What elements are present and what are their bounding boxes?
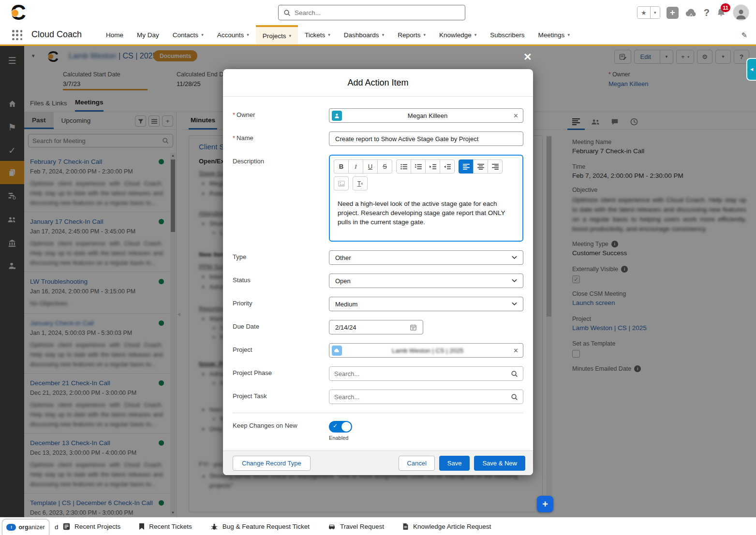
name-input[interactable] <box>329 131 523 146</box>
project-lookup-pill[interactable]: Lamb Weston | CS | 2025 ✕ <box>329 343 523 358</box>
project-phase-input[interactable] <box>334 370 507 377</box>
change-record-type-button[interactable]: Change Record Type <box>233 456 311 471</box>
insert-image-icon[interactable] <box>334 176 349 190</box>
dock-recent-projects[interactable]: Recent Projects <box>63 523 120 530</box>
due-date-input[interactable]: 2/14/24 <box>329 320 423 334</box>
nav-item-knowledge[interactable]: Knowledge▾ <box>432 25 483 44</box>
chevron-down-icon: ▾ <box>201 32 204 37</box>
user-avatar[interactable] <box>733 4 749 21</box>
user-icon <box>332 111 342 121</box>
chevron-down-icon: ▾ <box>382 32 385 37</box>
add-action-item-modal: Add Action Item *Owner Megan Killeen ✕ *… <box>223 69 533 475</box>
description-row: Description B I U S <box>233 155 523 242</box>
dock-knowledge-article-request[interactable]: Knowledge Article Request <box>402 523 491 530</box>
global-actions-button[interactable]: + <box>667 7 679 19</box>
dock-bug-feature-request[interactable]: Bug & Feature Request Ticket <box>210 523 310 530</box>
chevron-down-icon: ▾ <box>474 32 477 37</box>
align-left-icon[interactable] <box>459 159 474 174</box>
nav-item-home[interactable]: Home <box>99 25 130 44</box>
keep-changes-row: Keep Changes on New ✓ Enabled <box>233 420 523 441</box>
star-icon[interactable]: ★ <box>637 7 650 18</box>
numbered-list-icon[interactable] <box>411 159 426 174</box>
app-window: { "icons": { "star":"★","caret":"▾","plu… <box>0 0 756 535</box>
bullet-list-icon[interactable] <box>396 159 411 174</box>
floating-action-button[interactable]: + <box>537 496 553 512</box>
nav-item-contacts[interactable]: Contacts▾ <box>166 25 210 44</box>
search-icon <box>511 393 518 401</box>
edit-nav-pencil-icon[interactable]: ✎ <box>741 31 747 40</box>
nav-item-dashboards[interactable]: Dashboards▾ <box>337 25 391 44</box>
underline-icon[interactable]: U <box>363 159 378 174</box>
indent-icon[interactable] <box>425 159 440 174</box>
align-center-icon[interactable] <box>473 159 488 174</box>
modal-close-icon[interactable]: ✕ <box>523 51 532 63</box>
global-search-input[interactable] <box>295 9 460 16</box>
description-richtext[interactable]: B I U S <box>329 155 523 242</box>
cloud-coach-logo: C <box>11 1 32 24</box>
document-icon <box>402 523 409 530</box>
app-navigation: Cloud Coach Home My Day Contacts▾ Accoun… <box>0 25 756 46</box>
setup-cloud-icon[interactable] <box>685 7 697 18</box>
calendar-icon[interactable] <box>410 324 417 331</box>
expand-side-panel-button[interactable]: ◀ <box>746 58 756 81</box>
nav-item-my-day[interactable]: My Day <box>130 25 166 44</box>
main-content: ☰ ⚑ ✓ ▾ C Lamb Weston | CS | 2025 Docume… <box>0 46 756 517</box>
priority-select[interactable]: Medium <box>329 297 523 311</box>
dock-travel-request[interactable]: Travel Request <box>328 523 384 530</box>
nav-item-reports[interactable]: Reports▾ <box>391 25 432 44</box>
cancel-button[interactable]: Cancel <box>399 456 434 471</box>
project-phase-row: Project Phase <box>233 366 523 381</box>
organizer-widget[interactable]: ! organizer <box>2 519 49 535</box>
app-launcher-icon[interactable] <box>12 30 23 41</box>
dock-recent-tickets[interactable]: Recent Tickets <box>139 523 192 530</box>
car-icon <box>328 523 336 530</box>
bug-icon <box>210 523 218 530</box>
help-icon[interactable]: ? <box>704 7 710 18</box>
type-select[interactable]: Other <box>329 250 523 265</box>
global-header: C ★ ▾ + ? 11 <box>0 0 756 25</box>
outdent-icon[interactable] <box>440 159 455 174</box>
nav-item-meetings[interactable]: Meetings▾ <box>532 25 577 44</box>
status-select[interactable]: Open <box>329 274 523 288</box>
description-text[interactable]: Need a high-level look of the active sta… <box>334 193 519 227</box>
project-task-input[interactable] <box>334 393 507 401</box>
favorites-button[interactable]: ★ ▾ <box>637 6 660 19</box>
chevron-down-icon: ▾ <box>289 33 292 38</box>
nav-item-accounts[interactable]: Accounts▾ <box>210 25 256 44</box>
chevron-down-icon: ▾ <box>328 32 330 37</box>
project-cloud-icon <box>332 346 342 356</box>
due-date-row: Due Date 2/14/24 <box>233 320 523 334</box>
dock-partial-label: d <box>55 523 59 531</box>
italic-icon[interactable]: I <box>348 159 363 174</box>
project-phase-search[interactable] <box>329 366 523 381</box>
remove-owner-icon[interactable]: ✕ <box>513 112 519 119</box>
keep-changes-toggle[interactable]: ✓ <box>329 421 352 433</box>
search-icon <box>283 9 291 16</box>
status-row: Status Open <box>233 274 523 288</box>
chevron-down-icon <box>512 279 517 283</box>
owner-lookup-pill[interactable]: Megan Killeen ✕ <box>329 108 523 123</box>
search-icon <box>511 370 518 377</box>
global-search[interactable] <box>278 5 465 20</box>
chevron-down-icon: ▾ <box>567 32 570 37</box>
chevron-down-icon <box>512 256 517 260</box>
save-and-new-button[interactable]: Save & New <box>474 456 525 471</box>
notification-count-badge: 11 <box>721 3 730 12</box>
favorites-caret-icon[interactable]: ▾ <box>650 7 660 18</box>
bold-icon[interactable]: B <box>334 159 349 174</box>
name-row: *Name <box>233 131 523 146</box>
align-right-icon[interactable] <box>488 159 503 174</box>
strikethrough-icon[interactable]: S <box>377 159 392 174</box>
notifications-button[interactable]: 11 <box>716 7 726 18</box>
project-task-search[interactable] <box>329 390 523 404</box>
clear-formatting-icon[interactable]: Tx <box>353 176 368 190</box>
organizer-cloud-icon: ! <box>6 524 16 531</box>
nav-item-projects[interactable]: Projects▾ <box>256 25 298 44</box>
nav-item-subscribers[interactable]: Subscribers <box>483 25 531 44</box>
nav-item-tickets[interactable]: Tickets▾ <box>298 25 337 44</box>
remove-project-icon[interactable]: ✕ <box>513 347 519 354</box>
project-row: Project Lamb Weston | CS | 2025 ✕ <box>233 343 523 358</box>
app-name[interactable]: Cloud Coach <box>31 29 82 44</box>
project-task-row: Project Task <box>233 390 523 404</box>
save-button[interactable]: Save <box>439 456 470 471</box>
